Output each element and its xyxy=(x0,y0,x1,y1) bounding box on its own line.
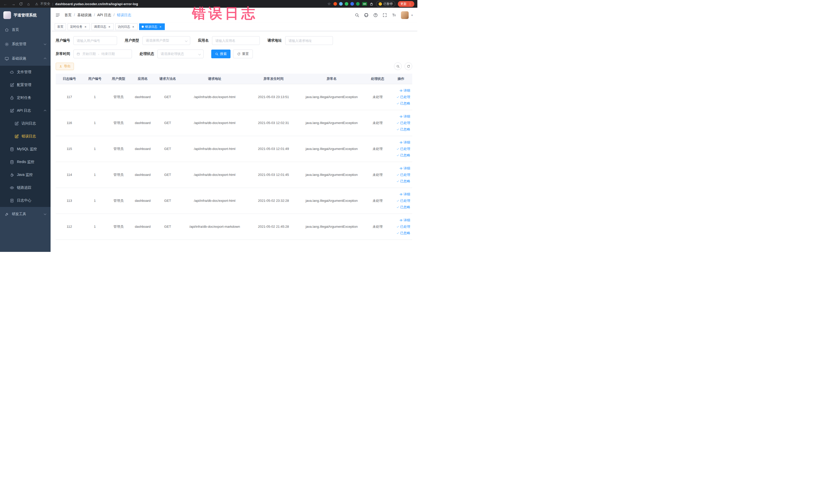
action-done[interactable]: 已处理 xyxy=(396,198,410,204)
sidebar-item-access-log[interactable]: 访问日志 xyxy=(0,117,50,130)
search-button[interactable]: 搜索 xyxy=(211,49,230,58)
sidebar-item-error-log[interactable]: 错误日志 xyxy=(0,130,50,143)
app-name-input[interactable] xyxy=(212,36,260,45)
export-button[interactable]: 导出 xyxy=(56,63,74,70)
bookmark-icon[interactable]: ☆ xyxy=(328,2,331,6)
breadcrumb-item-1[interactable]: 基础设施 xyxy=(77,13,97,18)
cell-user-id: 1 xyxy=(83,110,106,136)
action-detail[interactable]: 详细 xyxy=(400,87,410,94)
tab-close-icon[interactable]: × xyxy=(84,25,87,28)
action-detail[interactable]: 详细 xyxy=(400,114,410,119)
back-icon[interactable]: ← xyxy=(3,2,8,6)
user-id-input[interactable] xyxy=(74,36,117,45)
address-bar[interactable]: ⚠ 不安全 | dashboard.yudao.iocoder.cn/infra… xyxy=(35,2,138,6)
github-icon[interactable] xyxy=(364,13,369,18)
page-url: dashboard.yudao.iocoder.cn/infra/log/api… xyxy=(55,2,138,6)
table-row: 115 1 管理员 dashboard GET /api/infra/db-do… xyxy=(56,136,412,162)
user-type-select[interactable]: 请选择用户类型 xyxy=(142,36,190,45)
column-header-2: 用户类型 xyxy=(106,74,130,84)
sidebar-item-api-log[interactable]: API 日志 xyxy=(0,104,50,117)
tab-job[interactable]: 定时任务 × xyxy=(67,23,90,30)
sidebar-item-trace[interactable]: 链路追踪 xyxy=(0,181,50,194)
cell-actions: 详细 已处理 已忽略 xyxy=(390,84,412,110)
sidebar-item-dev-tools[interactable]: 研发工具 xyxy=(0,207,50,221)
refresh-icon xyxy=(407,65,410,68)
action-detail[interactable]: 详细 xyxy=(400,139,410,145)
sidebar-item-config[interactable]: 配置管理 xyxy=(0,79,50,92)
forward-icon[interactable]: → xyxy=(11,2,16,6)
avatar-caret-icon[interactable]: ▾ xyxy=(411,14,413,17)
action-ignore[interactable]: 已忽略 xyxy=(396,178,410,184)
sidebar-item-file[interactable]: 文件管理 xyxy=(0,66,50,79)
sidebar-item-job[interactable]: 定时任务 xyxy=(0,92,50,104)
action-ignore[interactable]: 已忽略 xyxy=(396,152,410,158)
search-icon[interactable] xyxy=(355,13,359,18)
action-done[interactable]: 已处理 xyxy=(396,172,410,178)
sidebar-item-infra[interactable]: 基础设施 xyxy=(0,52,50,66)
app-logo xyxy=(3,11,11,19)
tab-close-icon[interactable]: × xyxy=(159,25,162,28)
browser-chrome: ← → ⌂ ⚠ 不安全 | dashboard.yudao.iocoder.cn… xyxy=(0,0,418,8)
sidebar-item-redis[interactable]: Redis 监控 xyxy=(0,156,50,168)
cell-user-id: 1 xyxy=(83,136,106,162)
reset-button[interactable]: 重置 xyxy=(233,49,253,58)
cell-request-url: /api/infra/db-doc/export-markdown xyxy=(180,214,249,240)
menu-kebab-icon[interactable]: ⋮ xyxy=(408,2,412,6)
process-status-select[interactable]: 请选择处理状态 xyxy=(157,49,204,58)
table-row: 113 1 管理员 dashboard GET /api/infra/db-do… xyxy=(56,188,412,214)
action-done[interactable]: 已处理 xyxy=(396,224,410,229)
update-button[interactable]: 更新 ⋮ xyxy=(398,1,414,7)
sidebar-item-system[interactable]: 系统管理 xyxy=(0,37,50,52)
breadcrumb-item-2[interactable]: API 日志 xyxy=(97,13,117,18)
tab-error-log[interactable]: 错误日志 × xyxy=(139,23,165,30)
extension-icon-3[interactable] xyxy=(345,2,348,6)
home-icon[interactable]: ⌂ xyxy=(26,2,31,6)
sidebar-toggle-icon[interactable] xyxy=(55,13,60,18)
reload-icon[interactable] xyxy=(19,2,23,6)
paused-badge[interactable]: 已暂停 xyxy=(376,1,395,7)
sidebar-item-java[interactable]: Java 监控 xyxy=(0,168,50,181)
exception-time-range-picker[interactable]: 开始日期 - 结束日期 xyxy=(74,49,132,58)
tab-home[interactable]: 首页 xyxy=(55,23,66,30)
action-detail[interactable]: 详细 xyxy=(400,165,410,171)
sidebar-item-mysql[interactable]: MySQL 监控 xyxy=(0,143,50,156)
action-ignore[interactable]: 已忽略 xyxy=(396,230,410,236)
breadcrumb-item-0[interactable]: 首页 xyxy=(64,13,77,18)
action-detail[interactable]: 详细 xyxy=(400,217,410,223)
refresh-table-button[interactable] xyxy=(405,62,412,70)
action-detail[interactable]: 详细 xyxy=(400,191,410,197)
tab-job-log[interactable]: 调度日志 × xyxy=(91,23,114,30)
tab-access-log[interactable]: 访问日志 × xyxy=(115,23,138,30)
font-size-icon[interactable] xyxy=(392,13,396,18)
menu-icon xyxy=(5,42,9,46)
extension-icon-5[interactable] xyxy=(356,2,360,6)
extensions-puzzle-icon[interactable] xyxy=(370,2,373,6)
filter-row-1: 用户编号 用户类型 请选择用户类型 应用名 xyxy=(56,36,412,45)
column-header-3: 应用名 xyxy=(130,74,155,84)
user-avatar[interactable] xyxy=(401,11,409,19)
menu-icon xyxy=(14,134,19,139)
action-ignore[interactable]: 已忽略 xyxy=(396,204,410,210)
address-divider: | xyxy=(53,2,53,6)
fullscreen-icon[interactable] xyxy=(383,13,387,18)
cell-request-url: /api/infra/db-doc/export-html xyxy=(180,162,249,188)
extension-icon-2[interactable] xyxy=(339,2,343,6)
toggle-search-button[interactable] xyxy=(394,62,402,70)
cell-user-type: 管理员 xyxy=(106,84,130,110)
extension-icon-1[interactable] xyxy=(333,2,337,6)
sidebar-item-home[interactable]: 首页 xyxy=(0,23,50,37)
extension-icon-4[interactable] xyxy=(350,2,354,6)
action-ignore[interactable]: 已忽略 xyxy=(396,126,410,132)
action-done[interactable]: 已处理 xyxy=(396,120,410,126)
app-title: 芋道管理系统 xyxy=(14,13,37,18)
on-badge[interactable]: on xyxy=(362,2,367,6)
tab-close-icon[interactable]: × xyxy=(107,25,111,28)
request-url-input[interactable] xyxy=(285,36,333,45)
logo-row[interactable]: 芋道管理系统 xyxy=(0,8,50,23)
sidebar-item-log-center[interactable]: 日志中心 xyxy=(0,194,50,207)
help-icon[interactable] xyxy=(373,13,378,18)
tab-close-icon[interactable]: × xyxy=(131,25,135,28)
action-ignore[interactable]: 已忽略 xyxy=(396,100,410,106)
action-done[interactable]: 已处理 xyxy=(396,146,410,152)
action-done[interactable]: 已处理 xyxy=(396,94,410,100)
